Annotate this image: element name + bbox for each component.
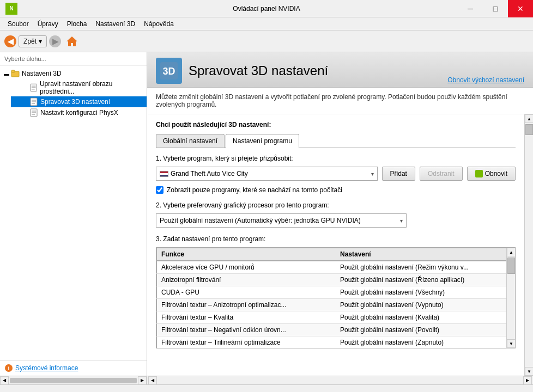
menu-plocha[interactable]: Plocha bbox=[63, 19, 92, 29]
content-scroll-up-button[interactable]: ▲ bbox=[525, 114, 533, 123]
content-hscroll-left-button[interactable]: ◀ bbox=[148, 376, 157, 385]
sidebar-item-physx-label: Nastavit konfiguraci PhysX bbox=[40, 109, 118, 117]
minimize-button[interactable]: ─ bbox=[458, 0, 483, 17]
table-cell-funkce: Filtrování textur – Negativní odklon úro… bbox=[157, 324, 336, 336]
main-layout: Vyberte úlohu... ▬ Nastavení 3D bbox=[0, 52, 533, 376]
table-cell-funkce: CUDA - GPU bbox=[157, 286, 336, 299]
program-dropdown[interactable]: Grand Theft Auto Vice City ▾ bbox=[156, 167, 378, 181]
menu-upravy[interactable]: Úpravy bbox=[33, 19, 63, 29]
add-program-button[interactable]: Přidat bbox=[382, 167, 415, 181]
table-cell-nastaveni: Použít globální nastavení (Řízeno aplika… bbox=[336, 274, 515, 286]
home-icon bbox=[65, 35, 78, 48]
tabs-container: Globální nastavení Nastavení programu bbox=[156, 134, 516, 148]
titlebar: N Ovládací panel NVIDIA ─ □ ✕ bbox=[0, 0, 533, 17]
close-button[interactable]: ✕ bbox=[508, 0, 533, 17]
checkbox-label[interactable]: Zobrazit pouze programy, které se nacház… bbox=[167, 186, 342, 194]
refresh-program-label: Obnovit bbox=[485, 170, 507, 177]
back-arrow-icon[interactable]: ◀ bbox=[4, 35, 16, 47]
sidebar-page-icon-1 bbox=[29, 83, 38, 92]
content-scroll-track bbox=[525, 123, 533, 367]
content-title: Spravovat 3D nastavení bbox=[189, 63, 328, 78]
section-title: Chci použít následující 3D nastavení: bbox=[156, 121, 516, 128]
menu-napoveda[interactable]: Nápověda bbox=[140, 19, 178, 29]
refresh-defaults-link[interactable]: Obnovit výchozí nastavení bbox=[447, 76, 524, 84]
back-label: Zpět bbox=[23, 38, 37, 45]
menubar: Soubor Úpravy Plocha Nastavení 3D Nápově… bbox=[0, 17, 533, 30]
sidebar-item-physx[interactable]: Nastavit konfiguraci PhysX bbox=[11, 107, 147, 118]
settings-3d-icon: 3D bbox=[158, 60, 180, 82]
content-hscroll-right-button[interactable]: ▶ bbox=[523, 376, 532, 385]
sidebar-page-icon-3 bbox=[29, 108, 38, 117]
table-row[interactable]: Akcelerace více GPU / monitorů Použít gl… bbox=[157, 261, 515, 274]
sidebar-tree: ▬ Nastavení 3D Upravit nast bbox=[0, 66, 147, 360]
sidebar-item-spravovat-label: Spravovat 3D nastavení bbox=[40, 98, 110, 106]
table-scroll-thumb[interactable] bbox=[507, 258, 515, 274]
step1-label: 1. Vyberte program, který si přejete při… bbox=[156, 155, 516, 162]
back-button[interactable]: Zpět ▾ bbox=[19, 35, 47, 47]
tab-program[interactable]: Nastavení programu bbox=[226, 134, 299, 148]
gpu-dropdown-arrow-icon: ▾ bbox=[400, 218, 403, 224]
system-info-link[interactable]: Systémové informace bbox=[15, 364, 78, 372]
table-cell-nastaveni: Použít globální nastavení (Režim výkonu … bbox=[336, 261, 515, 274]
sidebar-children: Upravit nastavení obrazu prostředni... S… bbox=[0, 79, 147, 118]
tree-folder-icon bbox=[11, 69, 20, 78]
nvidia-green-icon bbox=[475, 170, 483, 177]
sidebar: Vyberte úlohu... ▬ Nastavení 3D bbox=[0, 52, 147, 376]
step3-label: 3. Zadat nastavení pro tento program: bbox=[156, 235, 516, 243]
content-inner: Chci použít následující 3D nastavení: Gl… bbox=[147, 114, 524, 355]
table-row[interactable]: Filtrování textur – Anizotropní optimali… bbox=[157, 299, 515, 311]
sidebar-item-spravovat[interactable]: Spravovat 3D nastavení bbox=[11, 96, 147, 107]
table-scroll-area[interactable]: Akcelerace více GPU / monitorů Použít gl… bbox=[156, 261, 515, 348]
table-row[interactable]: Anizotropní filtrování Použít globální n… bbox=[157, 274, 515, 286]
table-cell-nastaveni: Použít globální nastavení (Zapnuto) bbox=[336, 336, 515, 348]
sidebar-hscroll-thumb[interactable] bbox=[10, 378, 137, 383]
toolbar: ◀ Zpět ▾ ▶ bbox=[0, 30, 533, 52]
table-cell-nastaveni: Použít globální nastavení (Všechny) bbox=[336, 286, 515, 299]
step2-label: 2. Vyberte preferovaný grafický procesor… bbox=[156, 201, 516, 209]
gpu-dropdown[interactable]: Použít globální nastavení (Automatický v… bbox=[156, 213, 407, 228]
svg-rect-2 bbox=[11, 70, 15, 72]
content-scroll-down-button[interactable]: ▼ bbox=[525, 367, 533, 376]
content-scroll-thumb[interactable] bbox=[525, 124, 533, 135]
step1-controls: Grand Theft Auto Vice City ▾ Přidat Odst… bbox=[156, 167, 516, 181]
table-row[interactable]: CUDA - GPU Použít globální nastavení (Vš… bbox=[157, 286, 515, 299]
home-button[interactable] bbox=[63, 33, 81, 50]
content-vscrollbar[interactable]: ▲ ▼ bbox=[524, 114, 533, 376]
content-header-left: 3D Spravovat 3D nastavení bbox=[156, 58, 328, 84]
forward-arrow-icon[interactable]: ▶ bbox=[49, 35, 61, 47]
refresh-program-button[interactable]: Obnovit bbox=[467, 167, 516, 181]
content-hscrollbar[interactable]: ◀ ▶ bbox=[147, 376, 533, 384]
tab-global[interactable]: Globální nastavení bbox=[156, 134, 225, 148]
show-only-local-checkbox[interactable] bbox=[156, 186, 163, 194]
maximize-button[interactable]: □ bbox=[483, 0, 508, 17]
svg-marker-0 bbox=[66, 36, 77, 46]
sidebar-item-nastaveni3d[interactable]: ▬ Nastavení 3D bbox=[0, 68, 147, 79]
sidebar-bottom: i Systémové informace bbox=[0, 360, 147, 376]
table-vscrollbar[interactable]: ▲ ▼ bbox=[506, 248, 515, 348]
remove-program-button[interactable]: Odstranit bbox=[420, 167, 463, 181]
window-title: Ovládací panel NVIDIA bbox=[233, 5, 300, 13]
settings-data-table: Akcelerace více GPU / monitorů Použít gl… bbox=[156, 261, 515, 348]
content-description: Můžete změnit globální 3D nastavení a vy… bbox=[147, 88, 533, 114]
col-funkce: Funkce bbox=[157, 248, 336, 261]
table-cell-nastaveni: Použít globální nastavení (Kvalita) bbox=[336, 311, 515, 324]
table-row[interactable]: Filtrování textur – Negativní odklon úro… bbox=[157, 324, 515, 336]
nvidia-logo-small bbox=[476, 171, 482, 176]
back-dropdown-icon[interactable]: ▾ bbox=[39, 38, 42, 45]
table-row[interactable]: Filtrování textur – Trilineární optimali… bbox=[157, 336, 515, 348]
sidebar-hscroll-left-button[interactable]: ◀ bbox=[0, 376, 9, 385]
content-hscroll-track bbox=[157, 378, 523, 383]
menu-soubor[interactable]: Soubor bbox=[3, 19, 33, 29]
table-scroll-up-button[interactable]: ▲ bbox=[507, 248, 516, 256]
content-header-icon: 3D bbox=[156, 58, 182, 84]
table-row[interactable]: Filtrování textur – Kvalita Použít globá… bbox=[157, 311, 515, 324]
sidebar-item-upravit[interactable]: Upravit nastavení obrazu prostředni... bbox=[11, 79, 147, 96]
table-cell-nastaveni: Použít globální nastavení (Vypnuto) bbox=[336, 299, 515, 311]
tree-expand-icon[interactable]: ▬ bbox=[2, 69, 11, 78]
sidebar-hscroll-right-button[interactable]: ▶ bbox=[138, 376, 147, 385]
table-scroll-down-button[interactable]: ▼ bbox=[507, 339, 516, 348]
program-dropdown-arrow-icon: ▾ bbox=[371, 171, 374, 177]
sidebar-hscrollbar[interactable]: ◀ ▶ bbox=[0, 376, 147, 384]
menu-nastaveni3d[interactable]: Nastavení 3D bbox=[91, 19, 140, 29]
table-scroll-track bbox=[507, 256, 515, 339]
